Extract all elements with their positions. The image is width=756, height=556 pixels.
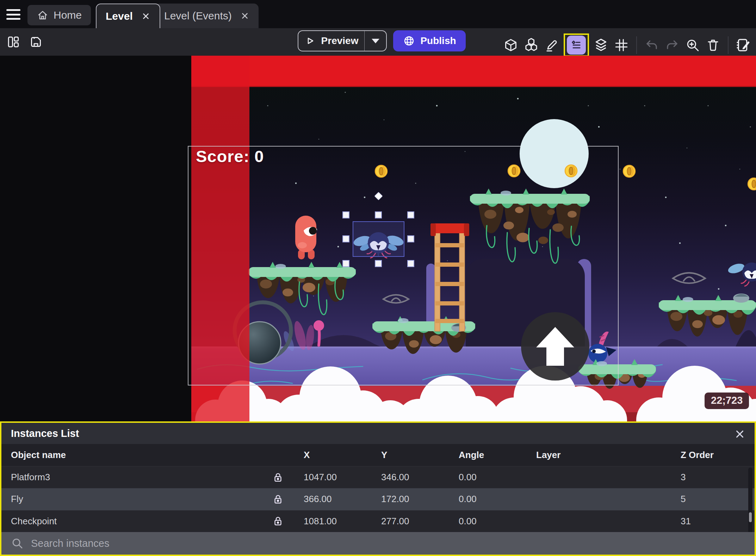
globe-icon [403, 35, 415, 47]
preview-split-button: Preview [298, 30, 387, 51]
tab-level-label: Level [106, 10, 133, 22]
instances-list-icon[interactable] [564, 33, 589, 57]
column-x: X [294, 450, 371, 461]
toolbar-divider [636, 36, 637, 54]
selection-handle[interactable] [407, 235, 414, 242]
search-instances-input[interactable] [31, 532, 755, 555]
unlock-icon[interactable] [272, 471, 284, 484]
close-icon[interactable] [141, 12, 150, 21]
instance-x: 1081.00 [294, 516, 371, 527]
publish-button[interactable]: Publish [393, 30, 466, 51]
cursor-coordinates-badge: 22;723 [705, 393, 749, 409]
selection-handle[interactable] [342, 235, 349, 242]
panel-scrollbar-track[interactable] [748, 468, 752, 533]
publish-label: Publish [420, 35, 456, 47]
instance-y: 172.00 [371, 494, 449, 505]
table-row-checkpoint[interactable]: Checkpoint 1081.00 277.00 0.00 31 [1, 510, 755, 532]
instance-angle: 0.00 [449, 472, 526, 483]
search-icon [11, 537, 24, 550]
chevron-down-icon [372, 39, 379, 43]
unlock-icon[interactable] [272, 515, 284, 527]
column-z-order: Z Order [671, 450, 755, 461]
search-bar [1, 532, 755, 555]
save-icon[interactable] [27, 33, 44, 50]
instances-table-header: Object name X Y Angle Layer Z Order [1, 444, 755, 466]
preview-dropdown-button[interactable] [364, 31, 386, 51]
selection-handle[interactable] [342, 211, 349, 218]
toolbar: Preview Publish [0, 28, 756, 56]
column-object-name: Object name [1, 450, 262, 461]
table-row-fly[interactable]: Fly 366.00 172.00 0.00 5 [1, 488, 755, 510]
tab-level-events-label: Level (Events) [164, 10, 232, 22]
tab-home[interactable]: Home [27, 5, 91, 25]
instance-name: Fly [1, 494, 262, 505]
toolbar-divider [728, 36, 729, 54]
selection-handle[interactable] [375, 260, 382, 267]
instance-z-order: 5 [671, 494, 755, 505]
instance-angle: 0.00 [449, 516, 526, 527]
selection-handle[interactable] [407, 211, 414, 218]
home-icon [37, 9, 49, 21]
grid-icon[interactable] [613, 37, 630, 54]
selection-handle[interactable] [342, 260, 349, 267]
instance-x: 1047.00 [294, 472, 371, 483]
preview-button[interactable]: Preview [298, 31, 364, 51]
selection-handle[interactable] [407, 260, 414, 267]
instance-angle: 0.00 [449, 494, 526, 505]
play-icon [304, 35, 316, 47]
close-icon[interactable] [733, 427, 747, 441]
undo-icon[interactable] [643, 37, 660, 54]
panels-layout-icon[interactable] [5, 33, 22, 50]
layers-icon[interactable] [593, 37, 609, 54]
menu-icon[interactable] [6, 9, 21, 20]
instance-name: Platform3 [1, 472, 262, 483]
column-layer: Layer [526, 450, 671, 461]
instance-y: 277.00 [371, 516, 449, 527]
scene-editor-canvas[interactable]: Score: 0 22;723 [0, 56, 756, 421]
selection-rectangle[interactable] [353, 221, 404, 257]
instance-z-order: 3 [671, 472, 755, 483]
preview-label: Preview [321, 35, 359, 47]
column-y: Y [371, 450, 449, 461]
instance-name: Checkpoint [1, 516, 262, 527]
close-icon[interactable] [240, 11, 249, 20]
panel-scrollbar-thumb[interactable] [749, 512, 752, 522]
instance-z-order: 31 [671, 516, 755, 527]
tab-home-label: Home [54, 9, 82, 21]
table-row-platform3[interactable]: Platform3 1047.00 346.00 0.00 3 [1, 466, 755, 488]
tab-level[interactable]: Level [96, 4, 160, 28]
objects-groups-icon[interactable] [523, 37, 540, 54]
3d-box-icon[interactable] [502, 37, 519, 54]
score-text: Score: 0 [196, 147, 264, 166]
unlock-icon[interactable] [272, 493, 284, 506]
instance-x: 366.00 [294, 494, 371, 505]
edit-pencil-icon[interactable] [543, 37, 560, 54]
zoom-in-icon[interactable] [684, 37, 701, 54]
selection-handle[interactable] [375, 211, 382, 218]
gdevelop-editor: Home Level Level (Events) Preview [0, 0, 756, 556]
instances-list-panel: Instances List Object name X Y Angle Lay… [0, 421, 756, 556]
column-angle: Angle [449, 450, 526, 461]
tab-bar: Home Level Level (Events) [0, 0, 756, 28]
instance-y: 346.00 [371, 472, 449, 483]
trash-icon[interactable] [705, 37, 721, 54]
scene-properties-icon[interactable] [735, 37, 752, 54]
panel-title: Instances List [11, 428, 79, 439]
redo-icon[interactable] [664, 37, 681, 54]
tab-level-events[interactable]: Level (Events) [155, 4, 259, 28]
